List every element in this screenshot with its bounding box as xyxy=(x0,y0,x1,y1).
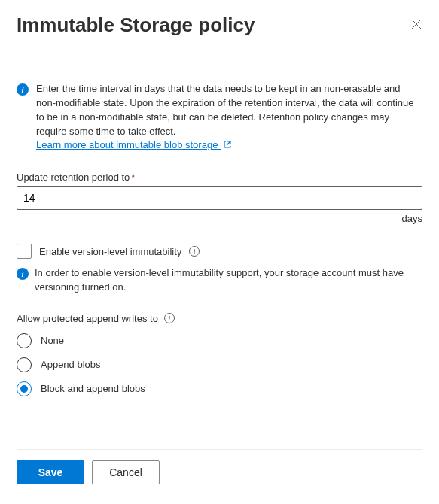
external-link-icon xyxy=(223,139,232,153)
radio-icon xyxy=(17,333,32,348)
version-level-checkbox[interactable] xyxy=(17,244,32,259)
info-icon: i xyxy=(17,83,29,96)
info-icon[interactable]: i xyxy=(164,313,175,323)
radio-label: Block and append blobs xyxy=(41,383,145,394)
append-writes-label: Allow protected append writes to xyxy=(17,313,158,324)
retention-input[interactable] xyxy=(17,186,422,210)
required-indicator: * xyxy=(131,172,135,183)
close-button[interactable] xyxy=(410,18,422,30)
version-level-note: In order to enable version-level immutab… xyxy=(35,266,422,295)
retention-unit: days xyxy=(17,213,422,224)
cancel-button[interactable]: Cancel xyxy=(92,460,160,484)
save-button[interactable]: Save xyxy=(17,460,84,484)
page-title: Immutable Storage policy xyxy=(17,14,255,37)
intro-text: Enter the time interval in days that the… xyxy=(36,82,422,153)
close-icon xyxy=(410,18,422,30)
append-writes-radio-group: None Append blobs Block and append blobs xyxy=(17,333,422,396)
version-level-label: Enable version-level immutability xyxy=(39,246,181,257)
radio-option-block-append[interactable]: Block and append blobs xyxy=(17,381,422,396)
radio-icon xyxy=(17,381,32,396)
radio-label: Append blobs xyxy=(41,359,101,370)
radio-option-append[interactable]: Append blobs xyxy=(17,357,422,372)
info-icon: i xyxy=(17,268,29,280)
radio-icon xyxy=(17,357,32,372)
info-icon[interactable]: i xyxy=(189,246,200,257)
radio-label: None xyxy=(41,335,64,346)
retention-label: Update retention period to* xyxy=(17,172,422,183)
learn-more-link[interactable]: Learn more about immutable blob storage xyxy=(36,139,232,150)
radio-option-none[interactable]: None xyxy=(17,333,422,348)
